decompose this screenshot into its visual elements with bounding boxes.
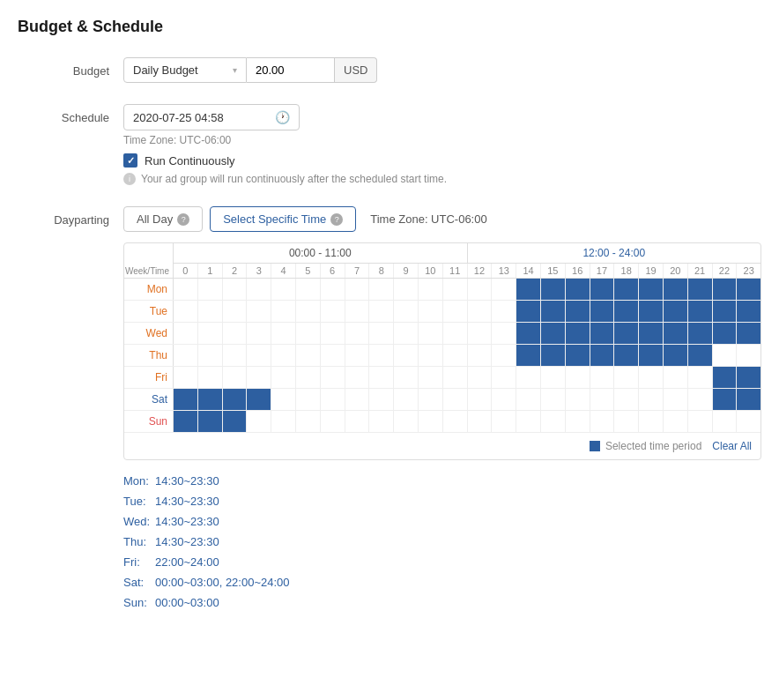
- time-cell-sun-16[interactable]: [566, 411, 590, 432]
- time-cell-sun-23[interactable]: [737, 411, 760, 432]
- time-cell-tue-5[interactable]: [296, 301, 321, 322]
- time-cell-thu-10[interactable]: [419, 345, 443, 366]
- time-cell-fri-0[interactable]: [174, 367, 198, 388]
- time-cell-wed-7[interactable]: [345, 323, 370, 344]
- time-cell-fri-14[interactable]: [516, 367, 541, 388]
- time-cell-wed-19[interactable]: [639, 323, 664, 344]
- time-cell-sun-4[interactable]: [271, 411, 296, 432]
- run-continuously-checkbox[interactable]: [123, 153, 137, 168]
- time-cell-tue-19[interactable]: [639, 301, 664, 322]
- time-cell-thu-8[interactable]: [369, 345, 394, 366]
- time-cell-fri-15[interactable]: [541, 367, 566, 388]
- time-cell-mon-10[interactable]: [419, 279, 443, 300]
- time-cell-wed-6[interactable]: [321, 323, 345, 344]
- time-cell-sat-3[interactable]: [247, 389, 271, 410]
- time-cell-wed-17[interactable]: [590, 323, 615, 344]
- time-cell-sat-23[interactable]: [737, 389, 760, 410]
- time-cell-fri-7[interactable]: [345, 367, 370, 388]
- time-cell-thu-18[interactable]: [614, 345, 639, 366]
- time-cell-sat-14[interactable]: [516, 389, 541, 410]
- time-cell-thu-0[interactable]: [174, 345, 198, 366]
- time-cell-mon-8[interactable]: [369, 279, 394, 300]
- time-cell-mon-15[interactable]: [541, 279, 566, 300]
- clear-all-button[interactable]: Clear All: [712, 440, 752, 452]
- time-cell-sun-22[interactable]: [713, 411, 738, 432]
- time-cell-sun-1[interactable]: [198, 411, 223, 432]
- time-cell-fri-20[interactable]: [664, 367, 688, 388]
- time-cell-tue-6[interactable]: [321, 301, 345, 322]
- time-cell-mon-9[interactable]: [394, 279, 419, 300]
- time-cell-sun-21[interactable]: [688, 411, 713, 432]
- time-cell-wed-10[interactable]: [419, 323, 443, 344]
- time-cell-sat-13[interactable]: [492, 389, 516, 410]
- time-cell-fri-22[interactable]: [713, 367, 738, 388]
- time-cell-wed-1[interactable]: [198, 323, 223, 344]
- time-cell-fri-13[interactable]: [492, 367, 516, 388]
- time-cell-mon-20[interactable]: [664, 279, 688, 300]
- schedule-datetime-input[interactable]: 2020-07-25 04:58 🕐: [123, 104, 300, 130]
- time-cell-tue-15[interactable]: [541, 301, 566, 322]
- time-cell-sat-4[interactable]: [271, 389, 296, 410]
- budget-amount-input[interactable]: [247, 57, 335, 83]
- time-cell-sat-20[interactable]: [664, 389, 688, 410]
- time-cell-sat-7[interactable]: [345, 389, 370, 410]
- time-cell-sat-21[interactable]: [688, 389, 713, 410]
- time-cell-tue-14[interactable]: [516, 301, 541, 322]
- time-cell-thu-13[interactable]: [492, 345, 516, 366]
- time-cell-tue-10[interactable]: [419, 301, 443, 322]
- time-cell-wed-22[interactable]: [713, 323, 738, 344]
- time-cell-fri-6[interactable]: [321, 367, 345, 388]
- time-cell-wed-11[interactable]: [443, 323, 468, 344]
- time-cell-wed-3[interactable]: [247, 323, 271, 344]
- time-cell-thu-20[interactable]: [664, 345, 688, 366]
- time-cell-wed-20[interactable]: [664, 323, 688, 344]
- time-cell-mon-6[interactable]: [321, 279, 345, 300]
- time-cell-thu-6[interactable]: [321, 345, 345, 366]
- time-cell-sun-12[interactable]: [468, 411, 493, 432]
- time-cell-fri-5[interactable]: [296, 367, 321, 388]
- time-cell-sat-18[interactable]: [614, 389, 639, 410]
- time-cell-sun-5[interactable]: [296, 411, 321, 432]
- time-cell-thu-4[interactable]: [271, 345, 296, 366]
- time-cell-fri-17[interactable]: [590, 367, 615, 388]
- time-cell-mon-14[interactable]: [516, 279, 541, 300]
- time-cell-fri-18[interactable]: [614, 367, 639, 388]
- time-cell-sun-3[interactable]: [247, 411, 271, 432]
- time-cell-thu-17[interactable]: [590, 345, 615, 366]
- time-cell-fri-2[interactable]: [223, 367, 248, 388]
- time-cell-sun-14[interactable]: [516, 411, 541, 432]
- time-cell-wed-0[interactable]: [174, 323, 198, 344]
- time-cell-sun-7[interactable]: [345, 411, 370, 432]
- allday-question-icon[interactable]: ?: [177, 213, 189, 226]
- time-cell-sun-11[interactable]: [443, 411, 468, 432]
- time-cell-fri-11[interactable]: [443, 367, 468, 388]
- time-cell-fri-10[interactable]: [419, 367, 443, 388]
- time-cell-sat-9[interactable]: [394, 389, 419, 410]
- time-cell-thu-3[interactable]: [247, 345, 271, 366]
- time-cell-sat-10[interactable]: [419, 389, 443, 410]
- time-cell-sun-10[interactable]: [419, 411, 443, 432]
- time-cell-sun-18[interactable]: [614, 411, 639, 432]
- time-cell-wed-13[interactable]: [492, 323, 516, 344]
- time-cell-mon-16[interactable]: [566, 279, 590, 300]
- time-cell-fri-8[interactable]: [369, 367, 394, 388]
- time-cell-tue-21[interactable]: [688, 301, 713, 322]
- time-cell-sat-1[interactable]: [198, 389, 223, 410]
- time-cell-sat-11[interactable]: [443, 389, 468, 410]
- time-cell-wed-2[interactable]: [223, 323, 248, 344]
- time-cell-wed-8[interactable]: [369, 323, 394, 344]
- time-cell-sat-15[interactable]: [541, 389, 566, 410]
- time-cell-thu-14[interactable]: [516, 345, 541, 366]
- time-cell-thu-23[interactable]: [737, 345, 760, 366]
- time-cell-wed-12[interactable]: [468, 323, 493, 344]
- time-cell-sat-2[interactable]: [223, 389, 248, 410]
- time-cell-thu-2[interactable]: [223, 345, 248, 366]
- time-cell-fri-4[interactable]: [271, 367, 296, 388]
- time-cell-fri-12[interactable]: [468, 367, 493, 388]
- time-cell-sat-8[interactable]: [369, 389, 394, 410]
- specific-time-button[interactable]: Select Specific Time ?: [210, 206, 356, 232]
- time-cell-fri-1[interactable]: [198, 367, 223, 388]
- time-cell-sun-13[interactable]: [492, 411, 516, 432]
- time-cell-tue-8[interactable]: [369, 301, 394, 322]
- time-cell-sun-9[interactable]: [394, 411, 419, 432]
